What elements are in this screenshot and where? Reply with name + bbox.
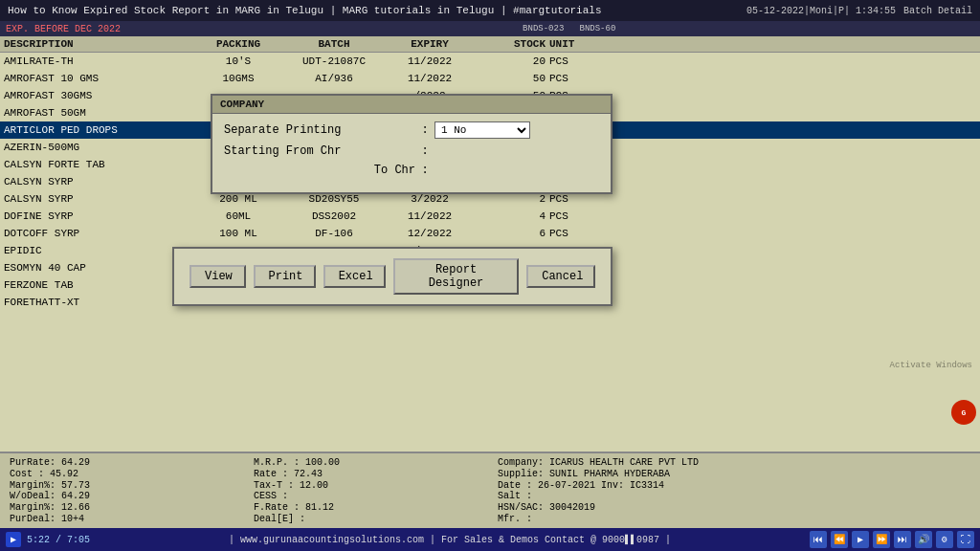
info-line: Date : 26-07-2021 Inv: IC3314 (498, 480, 970, 491)
rewind-icon[interactable]: ⏪ (831, 531, 848, 548)
skip-back-icon[interactable]: ⏮ (810, 531, 827, 548)
to-chr-label: To Chr (224, 164, 415, 177)
row-desc: EPIDIC (4, 245, 195, 256)
info-line: Supplie: SUNIL PHARMA HYDERABA (498, 469, 970, 479)
info-line: Salt : (498, 491, 970, 501)
taskbar-icons: ⏮ ⏪ ▶ ⏩ ⏭ 🔊 ⚙ ⛶ (810, 531, 974, 548)
row-unit: PCS (549, 228, 597, 239)
table-row[interactable]: AMILRATE-TH 10'S UDT-21087C 11/2022 20 P… (0, 53, 980, 70)
table-header: DESCRIPTION PACKING BATCH EXPIRY STOCK U… (0, 36, 980, 53)
row-pack: 200 ML (195, 193, 281, 205)
taskbar: ▶ 5:22 / 7:05 | www.gurunaacountingsolut… (0, 528, 980, 551)
to-chr-colon: : (415, 164, 434, 177)
row-desc: FERZONE TAB (4, 279, 195, 291)
row-batch: AI/936 (281, 73, 387, 84)
info-line: F.Rate : 81.12 (254, 502, 490, 513)
row-stock: 4 (473, 210, 549, 222)
sep-printing-select[interactable]: 1 No 2 Yes (434, 121, 530, 139)
row-batch: DF-106 (281, 228, 387, 239)
col-header-stock: STOCK (473, 38, 549, 50)
batch-items: BNDS-023 BNDS-60 (523, 24, 615, 33)
main-area: DESCRIPTION PACKING BATCH EXPIRY STOCK U… (0, 36, 980, 452)
info-line: HSN/SAC: 30042019 (498, 502, 970, 513)
row-exp: 12/2022 (387, 228, 473, 239)
cancel-button[interactable]: Cancel (526, 265, 595, 288)
info-line: Tax-T : 12.00 (254, 480, 490, 491)
starting-from-row: Starting From Chr : (224, 144, 599, 158)
info-col-3: Company: ICARUS HEALTH CARE PVT LTDSuppl… (494, 455, 974, 526)
col-header-pack: PACKING (195, 38, 281, 50)
row-exp: 11/2022 (387, 210, 473, 222)
table-row[interactable]: AMROFAST 10 GMS 10GMS AI/936 11/2022 50 … (0, 70, 980, 87)
row-unit: PCS (549, 193, 597, 205)
to-chr-row: To Chr : (224, 164, 599, 177)
row-desc: DOTCOFF SYRP (4, 228, 195, 239)
volume-icon[interactable]: 🔊 (915, 531, 932, 548)
excel-button[interactable]: Excel (323, 265, 386, 288)
view-button[interactable]: View (189, 265, 246, 288)
row-pack: 10'S (195, 55, 281, 67)
top-bar: How to Know Expired Stock Report in MARG… (0, 0, 980, 21)
starting-from-label: Starting From Chr (224, 144, 415, 158)
bottom-info: PurRate: 64.29Cost : 45.92Margin%: 57.73… (0, 452, 980, 528)
row-batch: UDT-21087C (281, 55, 387, 67)
sep-printing-row: Separate Printing : 1 No 2 Yes (224, 121, 599, 139)
action-dialog: View Print Excel Report Designer Cancel (172, 247, 612, 306)
starting-from-colon: : (415, 144, 434, 158)
print-button[interactable]: Print (254, 265, 316, 288)
info-line: PurDeal: 10+4 (10, 514, 246, 524)
settings-icon[interactable]: ⚙ (936, 531, 953, 548)
exp-label-text: EXP. BEFORE DEC 2022 (6, 24, 121, 34)
row-unit: PCS (549, 73, 597, 84)
row-desc: FORETHATT-XT (4, 297, 195, 308)
info-line: W/oDeal: 64.29 (10, 491, 246, 501)
row-desc: CALSYN SYRP (4, 176, 195, 187)
date-time: 05-12-2022|Moni|P| 1:34:55 (746, 6, 896, 16)
fullscreen-icon[interactable]: ⛶ (957, 531, 974, 548)
table-row[interactable]: DOTCOFF SYRP 100 ML DF-106 12/2022 6 PCS (0, 225, 980, 242)
row-stock: 6 (473, 228, 549, 239)
company-dialog-title: COMPANY (212, 96, 611, 114)
info-col-2: M.R.P. : 100.00Rate : 72.43Tax-T : 12.00… (250, 455, 494, 526)
taskbar-logo[interactable]: ▶ (6, 532, 21, 547)
row-desc: AMILRATE-TH (4, 55, 195, 67)
company-dialog: COMPANY Separate Printing : 1 No 2 Yes S… (211, 94, 612, 194)
batch-detail-label: Batch Detail (903, 6, 972, 16)
row-stock: 20 (473, 55, 549, 67)
info-line: Deal[E] : (254, 514, 490, 524)
fast-forward-icon[interactable]: ⏩ (873, 531, 890, 548)
row-desc: CALSYN SYRP (4, 193, 195, 205)
info-rows: PurRate: 64.29Cost : 45.92Margin%: 57.73… (6, 455, 974, 526)
row-pack: 60ML (195, 210, 281, 222)
info-line: Mfr. : (498, 514, 970, 524)
row-unit: PCS (549, 210, 597, 222)
info-col-1: PurRate: 64.29Cost : 45.92Margin%: 57.73… (6, 455, 250, 526)
row-unit: PCS (549, 55, 597, 67)
info-line: CESS : (254, 491, 490, 501)
report-designer-button[interactable]: Report Designer (393, 258, 519, 295)
col-header-unit: UNIT (549, 38, 597, 50)
col-header-batch: BATCH (281, 38, 387, 50)
activate-windows: Activate Windows (890, 361, 972, 370)
sep-printing-label: Separate Printing (224, 123, 415, 137)
video-title: How to Know Expired Stock Report in MARG… (8, 5, 746, 16)
taskbar-url: | www.gurunaacountingsolutions.com | For… (96, 535, 804, 545)
row-desc: AMROFAST 30GMS (4, 90, 195, 101)
table-row[interactable]: DOFINE SYRP 60ML DSS2002 11/2022 4 PCS (0, 208, 980, 225)
row-exp: 11/2022 (387, 55, 473, 67)
play-icon[interactable]: ▶ (852, 531, 869, 548)
sep-printing-colon: : (415, 123, 434, 137)
col-header-desc: DESCRIPTION (4, 38, 195, 50)
row-desc: AZERIN-500MG (4, 142, 195, 153)
skip-forward-icon[interactable]: ⏭ (894, 531, 911, 548)
info-line: M.R.P. : 100.00 (254, 457, 490, 468)
row-stock: 50 (473, 73, 549, 84)
row-desc: ARTICLOR PED DROPS (4, 124, 195, 136)
row-desc: AMROFAST 10 GMS (4, 73, 195, 84)
row-desc: CALSYN FORTE TAB (4, 159, 195, 170)
info-line: Cost : 45.92 (10, 469, 246, 479)
info-line: PurRate: 64.29 (10, 457, 246, 468)
marg-logo: G (951, 400, 976, 425)
exp-label: EXP. BEFORE DEC 2022 BNDS-023 BNDS-60 (0, 21, 980, 36)
row-stock: 2 (473, 193, 549, 205)
